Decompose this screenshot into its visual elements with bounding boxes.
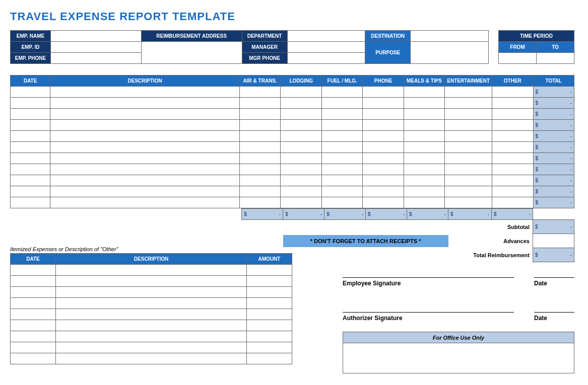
- expense-cell[interactable]: [11, 131, 50, 142]
- expense-cell[interactable]: [281, 87, 322, 98]
- expense-cell[interactable]: [404, 131, 444, 142]
- expense-cell[interactable]: [239, 87, 280, 98]
- expense-cell[interactable]: [281, 153, 322, 164]
- destination-field[interactable]: [411, 31, 489, 42]
- expense-cell[interactable]: [239, 98, 280, 109]
- expense-cell[interactable]: [239, 197, 280, 208]
- itemized-cell[interactable]: [56, 287, 247, 298]
- expense-cell[interactable]: [50, 87, 240, 98]
- expense-cell[interactable]: [322, 142, 363, 153]
- expense-cell[interactable]: [11, 197, 50, 208]
- emp-phone-field[interactable]: [50, 53, 141, 64]
- expense-cell[interactable]: [445, 120, 492, 131]
- expense-cell[interactable]: [445, 87, 492, 98]
- itemized-cell[interactable]: [11, 353, 56, 364]
- expense-cell[interactable]: [322, 153, 363, 164]
- expense-cell[interactable]: [322, 164, 363, 175]
- expense-cell[interactable]: [492, 142, 533, 153]
- expense-cell[interactable]: [363, 186, 404, 197]
- expense-cell[interactable]: [445, 164, 492, 175]
- expense-cell[interactable]: [404, 142, 444, 153]
- expense-cell[interactable]: [404, 186, 444, 197]
- mgr-phone-field[interactable]: [287, 53, 365, 64]
- expense-cell[interactable]: [492, 186, 533, 197]
- expense-cell[interactable]: [363, 175, 404, 186]
- expense-cell[interactable]: [50, 175, 240, 186]
- expense-cell[interactable]: [445, 153, 492, 164]
- expense-cell[interactable]: [363, 98, 404, 109]
- expense-cell[interactable]: [492, 175, 533, 186]
- expense-cell[interactable]: [492, 98, 533, 109]
- expense-cell[interactable]: [281, 142, 322, 153]
- itemized-cell[interactable]: [247, 287, 292, 298]
- expense-cell[interactable]: [11, 120, 50, 131]
- manager-field[interactable]: [287, 42, 365, 53]
- itemized-cell[interactable]: [247, 265, 292, 276]
- expense-cell[interactable]: [11, 142, 50, 153]
- expense-cell[interactable]: [363, 120, 404, 131]
- itemized-cell[interactable]: [11, 276, 56, 287]
- expense-cell[interactable]: [404, 153, 444, 164]
- expense-cell[interactable]: [11, 98, 50, 109]
- expense-cell[interactable]: [363, 109, 404, 120]
- expense-cell[interactable]: [445, 197, 492, 208]
- expense-cell[interactable]: [492, 109, 533, 120]
- expense-cell[interactable]: [363, 142, 404, 153]
- expense-cell[interactable]: [445, 131, 492, 142]
- expense-cell[interactable]: [322, 175, 363, 186]
- expense-cell[interactable]: [239, 109, 280, 120]
- expense-cell[interactable]: [11, 164, 50, 175]
- expense-cell[interactable]: [50, 131, 240, 142]
- reimb-addr-field[interactable]: [141, 42, 242, 64]
- expense-cell[interactable]: [492, 131, 533, 142]
- expense-cell[interactable]: [50, 109, 240, 120]
- expense-cell[interactable]: [363, 164, 404, 175]
- expense-cell[interactable]: [404, 120, 444, 131]
- itemized-cell[interactable]: [11, 309, 56, 320]
- expense-cell[interactable]: [239, 142, 280, 153]
- expense-cell[interactable]: [11, 87, 50, 98]
- expense-cell[interactable]: [239, 153, 280, 164]
- expense-cell[interactable]: [322, 87, 363, 98]
- expense-cell[interactable]: [363, 197, 404, 208]
- expense-cell[interactable]: [50, 197, 240, 208]
- expense-cell[interactable]: [11, 109, 50, 120]
- office-use-field[interactable]: [343, 343, 574, 373]
- expense-cell[interactable]: [239, 164, 280, 175]
- expense-cell[interactable]: [281, 131, 322, 142]
- itemized-cell[interactable]: [11, 287, 56, 298]
- itemized-cell[interactable]: [247, 331, 292, 342]
- expense-cell[interactable]: [281, 197, 322, 208]
- expense-cell[interactable]: [492, 87, 533, 98]
- itemized-cell[interactable]: [247, 320, 292, 331]
- expense-cell[interactable]: [404, 197, 444, 208]
- expense-cell[interactable]: [11, 186, 50, 197]
- expense-cell[interactable]: [50, 164, 240, 175]
- expense-cell[interactable]: [322, 109, 363, 120]
- expense-cell[interactable]: [404, 87, 444, 98]
- expense-cell[interactable]: [50, 153, 240, 164]
- expense-cell[interactable]: [363, 131, 404, 142]
- expense-cell[interactable]: [281, 109, 322, 120]
- department-field[interactable]: [287, 31, 365, 42]
- itemized-cell[interactable]: [247, 276, 292, 287]
- expense-cell[interactable]: [445, 175, 492, 186]
- itemized-cell[interactable]: [11, 265, 56, 276]
- emp-name-field[interactable]: [50, 31, 141, 42]
- expense-cell[interactable]: [445, 98, 492, 109]
- expense-cell[interactable]: [322, 131, 363, 142]
- expense-cell[interactable]: [281, 120, 322, 131]
- expense-cell[interactable]: [239, 186, 280, 197]
- itemized-cell[interactable]: [247, 342, 292, 353]
- itemized-cell[interactable]: [56, 320, 247, 331]
- expense-cell[interactable]: [404, 175, 444, 186]
- itemized-cell[interactable]: [56, 342, 247, 353]
- itemized-cell[interactable]: [11, 342, 56, 353]
- itemized-cell[interactable]: [56, 309, 247, 320]
- expense-cell[interactable]: [281, 186, 322, 197]
- itemized-cell[interactable]: [56, 353, 247, 364]
- expense-cell[interactable]: [363, 87, 404, 98]
- itemized-cell[interactable]: [247, 298, 292, 309]
- expense-cell[interactable]: [281, 164, 322, 175]
- expense-cell[interactable]: [492, 120, 533, 131]
